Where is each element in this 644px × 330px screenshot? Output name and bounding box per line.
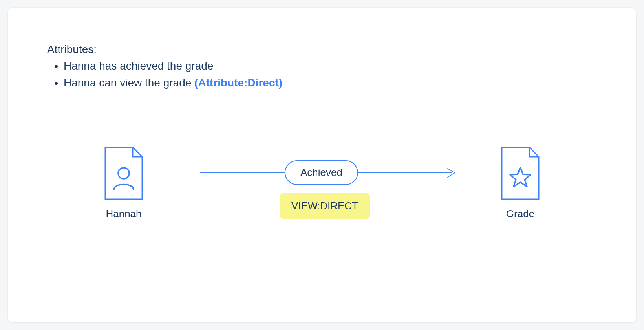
arrow-head-icon [447,168,457,178]
left-node-hannah: Hannah [102,146,145,220]
right-node-grade: Grade [499,146,542,220]
relation-label-text: Achieved [300,167,342,178]
attribute-text: Hanna has achieved the grade [64,60,213,72]
star-document-icon [499,146,542,201]
attributes-heading: Attributes: [47,43,597,56]
attribute-item: Hanna has achieved the grade [64,58,597,74]
highlight-label-text: VIEW:DIRECT [291,200,358,212]
relation-arrow-left-segment [200,172,287,173]
right-node-label: Grade [506,208,534,220]
attribute-item: Hanna can view the grade (Attribute:Dire… [64,75,597,91]
attribute-annotation: (Attribute:Direct) [194,77,282,89]
highlight-badge: VIEW:DIRECT [280,193,370,219]
attributes-list: Hanna has achieved the grade Hanna can v… [52,58,597,91]
relation-arrow-right-segment [357,172,452,173]
relationship-diagram: Hannah Grade Achieved VIEW:DIRECT [47,110,597,283]
relation-label-pill: Achieved [285,160,358,185]
diagram-card: Attributes: Hanna has achieved the grade… [8,8,636,322]
attribute-text: Hanna can view the grade [64,77,194,89]
attributes-section: Attributes: Hanna has achieved the grade… [47,43,597,91]
person-document-icon [102,146,145,201]
left-node-label: Hannah [106,208,141,220]
